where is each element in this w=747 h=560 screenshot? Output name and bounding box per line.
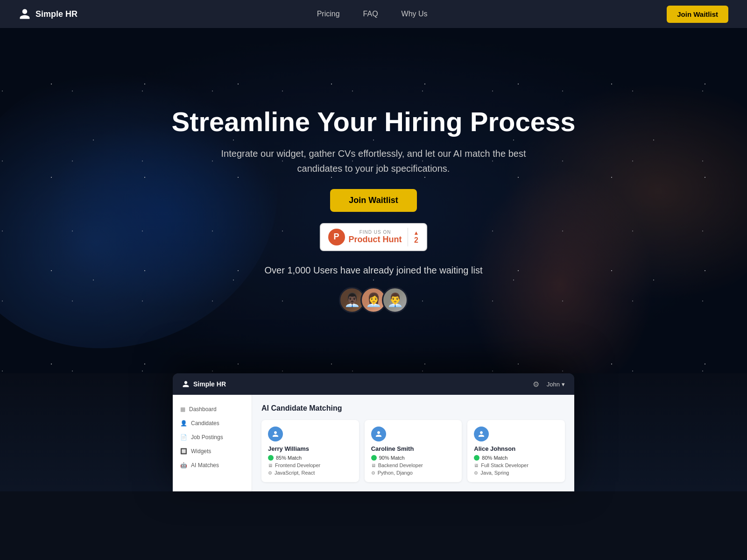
sidebar-item-ai-matches[interactable]: 🤖 AI Matches bbox=[173, 458, 252, 472]
product-hunt-logo: P bbox=[328, 229, 345, 245]
dashboard-username: John bbox=[547, 381, 560, 388]
candidate-3-person-icon bbox=[477, 430, 486, 438]
logo-person-icon bbox=[19, 8, 31, 20]
candidate-2-match-text: 90% Match bbox=[379, 455, 405, 461]
ph-vote-count: 2 bbox=[414, 236, 418, 245]
ph-votes: ▲ 2 bbox=[414, 230, 419, 245]
candidate-3-skills-text: Java, Spring bbox=[480, 470, 509, 476]
avatars-row: 👨🏿‍💼 👩‍💼 👨‍💼 bbox=[339, 287, 408, 313]
candidate-3-skills-icon: ⚙ bbox=[474, 470, 478, 476]
sidebar-label-ai-matches: AI Matches bbox=[191, 462, 219, 469]
candidate-3-match-dot bbox=[474, 455, 479, 461]
hero-content: Streamline Your Hiring Process Integrate… bbox=[172, 107, 576, 313]
dashboard-icon: ▦ bbox=[180, 406, 185, 413]
candidate-1-role-icon: 🖥 bbox=[268, 463, 273, 468]
candidate-2-role-icon: 🖥 bbox=[371, 463, 376, 468]
candidate-2-avatar bbox=[371, 427, 386, 441]
ph-divider bbox=[408, 228, 408, 246]
social-proof-text: Over 1,000 Users have already joined the… bbox=[265, 265, 483, 276]
candidate-1-skills-icon: ⚙ bbox=[268, 470, 272, 476]
ai-matches-icon: 🤖 bbox=[180, 462, 187, 469]
navbar: Simple HR Pricing FAQ Why Us Join Waitli… bbox=[0, 0, 747, 28]
candidate-card-2[interactable]: Caroline Smith 90% Match 🖥 Backend Devel… bbox=[365, 420, 462, 482]
dashboard-user[interactable]: John ▾ bbox=[547, 381, 565, 388]
candidate-2-role-text: Backend Developer bbox=[378, 462, 423, 468]
candidate-card-1[interactable]: Jerry Williams 85% Match 🖥 Frontend Deve… bbox=[261, 420, 359, 482]
nav-join-waitlist-button[interactable]: Join Waitlist bbox=[667, 6, 728, 23]
candidate-3-match: 80% Match bbox=[474, 455, 558, 461]
widgets-icon: 🔲 bbox=[180, 448, 187, 455]
sidebar-item-job-postings[interactable]: 📄 Job Postings bbox=[173, 430, 252, 444]
candidate-2-skills-text: Python, Django bbox=[378, 470, 413, 476]
candidate-3-name: Alice Johnson bbox=[474, 445, 558, 452]
job-postings-icon: 📄 bbox=[180, 434, 187, 441]
candidate-1-name: Jerry Williams bbox=[268, 445, 352, 452]
candidate-2-name: Caroline Smith bbox=[371, 445, 456, 452]
dashboard-topbar: Simple HR ⚙ John ▾ bbox=[173, 373, 574, 395]
nav-why-us[interactable]: Why Us bbox=[402, 10, 428, 18]
candidate-3-skills: ⚙ Java, Spring bbox=[474, 470, 558, 476]
hero-section: Streamline Your Hiring Process Integrate… bbox=[0, 28, 747, 392]
avatar-3: 👨‍💼 bbox=[382, 287, 408, 313]
candidate-1-role: 🖥 Frontend Developer bbox=[268, 462, 352, 468]
sidebar-label-widgets: Widgets bbox=[191, 448, 211, 455]
candidates-icon: 👤 bbox=[180, 420, 187, 427]
candidate-2-skills: ⚙ Python, Django bbox=[371, 470, 456, 476]
candidate-2-person-icon bbox=[374, 430, 383, 438]
sidebar-item-dashboard[interactable]: ▦ Dashboard bbox=[173, 402, 252, 416]
hero-title: Streamline Your Hiring Process bbox=[172, 107, 576, 137]
sidebar-label-candidates: Candidates bbox=[191, 420, 219, 427]
sidebar-item-candidates[interactable]: 👤 Candidates bbox=[173, 416, 252, 430]
dashboard-body: ▦ Dashboard 👤 Candidates 📄 Job Postings … bbox=[173, 395, 574, 491]
candidate-1-role-text: Frontend Developer bbox=[275, 462, 320, 468]
sidebar-label-job-postings: Job Postings bbox=[191, 434, 223, 441]
dashboard-logo-icon bbox=[182, 380, 190, 388]
nav-links: Pricing FAQ Why Us bbox=[317, 10, 428, 18]
candidate-3-avatar bbox=[474, 427, 489, 441]
logo: Simple HR bbox=[19, 8, 78, 20]
ph-arrow-icon: ▲ bbox=[414, 230, 419, 236]
ph-text-block: FIND US ON Product Hunt bbox=[349, 230, 402, 245]
dashboard-sidebar: ▦ Dashboard 👤 Candidates 📄 Job Postings … bbox=[173, 395, 252, 491]
dashboard-main: AI Candidate Matching Jerry Williams 85%… bbox=[252, 395, 574, 491]
logo-text: Simple HR bbox=[35, 9, 78, 19]
sidebar-label-dashboard: Dashboard bbox=[189, 406, 217, 413]
settings-gear-icon[interactable]: ⚙ bbox=[533, 380, 539, 389]
avatar-3-face: 👨‍💼 bbox=[383, 288, 407, 312]
hero-join-waitlist-button[interactable]: Join Waitlist bbox=[330, 189, 416, 212]
candidate-1-person-icon bbox=[271, 430, 280, 438]
candidate-2-match: 90% Match bbox=[371, 455, 456, 461]
dashboard-logo: Simple HR bbox=[182, 380, 226, 388]
candidate-1-match-text: 85% Match bbox=[276, 455, 302, 461]
candidate-2-skills-icon: ⚙ bbox=[371, 470, 375, 476]
dashboard-preview: Simple HR ⚙ John ▾ ▦ Dashboard 👤 Ca bbox=[173, 373, 574, 491]
candidate-card-3[interactable]: Alice Johnson 80% Match 🖥 Full Stack Dev… bbox=[467, 420, 565, 482]
ph-left: P FIND US ON Product Hunt bbox=[328, 229, 402, 245]
user-chevron-icon: ▾ bbox=[562, 381, 565, 388]
section-title: AI Candidate Matching bbox=[261, 404, 565, 413]
product-hunt-badge[interactable]: P FIND US ON Product Hunt ▲ 2 bbox=[320, 223, 428, 251]
candidate-1-avatar bbox=[268, 427, 283, 441]
candidate-3-role-text: Full Stack Developer bbox=[481, 462, 529, 468]
candidate-3-role: 🖥 Full Stack Developer bbox=[474, 462, 558, 468]
nav-faq[interactable]: FAQ bbox=[363, 10, 378, 18]
candidate-1-skills-text: JavaScript, React bbox=[275, 470, 315, 476]
dashboard-topbar-right: ⚙ John ▾ bbox=[533, 380, 565, 389]
candidate-3-match-text: 80% Match bbox=[482, 455, 507, 461]
candidate-2-role: 🖥 Backend Developer bbox=[371, 462, 456, 468]
ph-find-us-on-text: FIND US ON bbox=[349, 230, 402, 235]
hero-subtitle: Integrate our widget, gather CVs effortl… bbox=[215, 146, 532, 176]
nav-pricing[interactable]: Pricing bbox=[317, 10, 340, 18]
candidate-1-match: 85% Match bbox=[268, 455, 352, 461]
dashboard-logo-text: Simple HR bbox=[193, 380, 226, 388]
sidebar-item-widgets[interactable]: 🔲 Widgets bbox=[173, 444, 252, 458]
candidate-2-match-dot bbox=[371, 455, 377, 461]
ph-product-hunt-text: Product Hunt bbox=[349, 235, 402, 245]
candidates-grid: Jerry Williams 85% Match 🖥 Frontend Deve… bbox=[261, 420, 565, 482]
candidate-1-skills: ⚙ JavaScript, React bbox=[268, 470, 352, 476]
candidate-3-role-icon: 🖥 bbox=[474, 463, 479, 468]
candidate-1-match-dot bbox=[268, 455, 274, 461]
